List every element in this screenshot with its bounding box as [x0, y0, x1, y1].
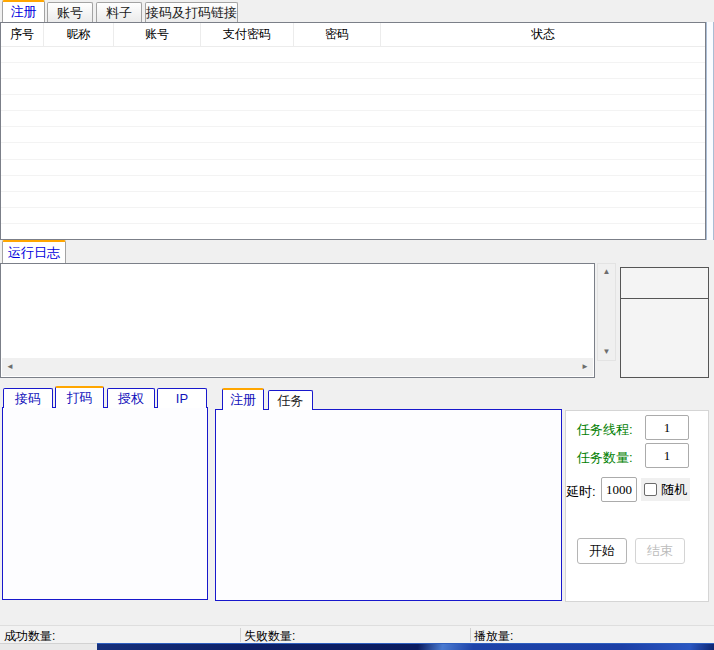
checkbox-unchecked-icon: [644, 483, 657, 496]
scroll-left-icon[interactable]: ◄: [6, 363, 14, 371]
register-panel: [215, 409, 562, 601]
table-row: [1, 47, 705, 63]
taskbar-gray-segment: [0, 643, 97, 650]
table-row: [1, 208, 705, 224]
task-thread-input[interactable]: [645, 415, 689, 440]
log-horizontal-scrollbar[interactable]: ◄ ►: [2, 358, 593, 376]
table-row: [1, 79, 705, 95]
tab-run-log[interactable]: 运行日志: [2, 240, 66, 263]
delay-input[interactable]: [601, 477, 637, 502]
tab-register-main[interactable]: 注册: [2, 0, 45, 22]
column-header-status[interactable]: 状态: [381, 23, 705, 46]
tab-ip[interactable]: IP: [157, 388, 207, 408]
stop-button[interactable]: 结束: [635, 538, 685, 564]
status-bar: 成功数量: 失败数量: 播放量:: [0, 625, 714, 643]
statusbar-divider: [240, 628, 241, 642]
column-header-account[interactable]: 账号: [114, 23, 201, 46]
column-header-nickname[interactable]: 昵称: [44, 23, 114, 46]
tab-materials[interactable]: 料子: [96, 2, 142, 22]
captcha-panel: [2, 407, 208, 600]
preview-panel-top: [621, 268, 708, 299]
table-header: 序号 昵称 账号 支付密码 密码 状态: [1, 23, 705, 47]
task-thread-label: 任务线程:: [577, 421, 633, 439]
tab-register-options[interactable]: 注册: [222, 388, 264, 410]
table-row: [1, 160, 705, 176]
table-row: [1, 63, 705, 79]
random-label: 随机: [661, 481, 687, 499]
table-row: [1, 176, 705, 192]
task-count-input[interactable]: [645, 443, 689, 468]
table-row: [1, 127, 705, 143]
tab-accounts[interactable]: 账号: [47, 2, 93, 22]
tab-code-links[interactable]: 接码及打码链接: [145, 2, 238, 22]
tab-receive-code[interactable]: 接码: [3, 388, 53, 408]
table-row: [1, 192, 705, 208]
preview-panel: [620, 267, 709, 378]
column-header-password[interactable]: 密码: [294, 23, 381, 46]
tab-task-options[interactable]: 任务: [268, 390, 313, 410]
table-scrollbar-track[interactable]: [706, 22, 714, 240]
app-window: 注册 账号 料子 接码及打码链接 序号 昵称 账号 支付密码 密码 状态 运行日…: [0, 0, 714, 650]
statusbar-divider: [470, 628, 471, 642]
start-button[interactable]: 开始: [577, 538, 627, 564]
table-row: [1, 111, 705, 127]
column-header-index[interactable]: 序号: [1, 23, 44, 46]
log-vertical-scrollbar[interactable]: ▲ ▼: [597, 263, 616, 361]
task-count-label: 任务数量:: [577, 449, 633, 467]
log-textarea[interactable]: ◄ ►: [0, 263, 595, 378]
delay-label: 延时:: [566, 483, 596, 501]
table-row: [1, 224, 705, 239]
scroll-down-icon[interactable]: ▼: [603, 348, 611, 356]
scroll-right-icon[interactable]: ►: [581, 363, 589, 371]
taskbar-blue-segment: [97, 643, 714, 650]
delay-random-checkbox[interactable]: 随机: [641, 478, 690, 501]
table-row: [1, 95, 705, 111]
table-body: [1, 47, 705, 239]
scroll-up-icon[interactable]: ▲: [603, 268, 611, 276]
tab-captcha-code[interactable]: 打码: [55, 386, 104, 408]
accounts-table: 序号 昵称 账号 支付密码 密码 状态: [0, 22, 706, 240]
tab-authorization[interactable]: 授权: [107, 388, 155, 408]
column-header-pay-password[interactable]: 支付密码: [201, 23, 294, 46]
table-row: [1, 143, 705, 159]
